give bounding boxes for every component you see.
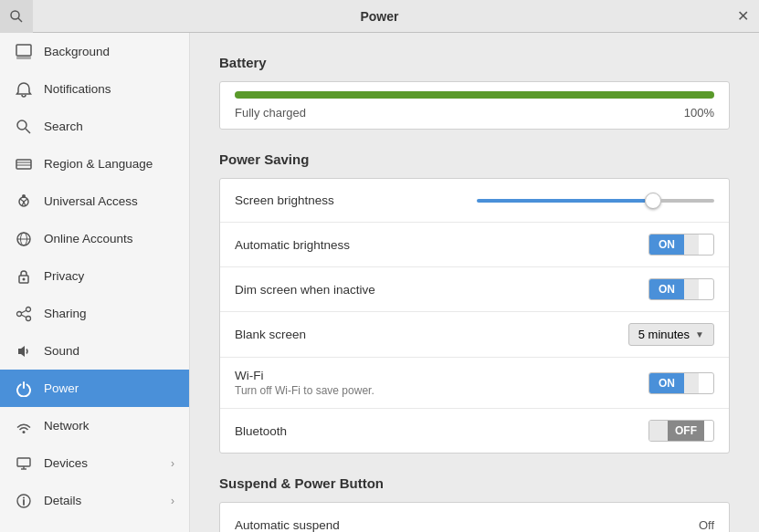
sidebar-item-sound[interactable]: Sound [0, 332, 189, 370]
sidebar-label-power: Power [44, 381, 79, 395]
sidebar-item-network[interactable]: Network [0, 407, 189, 444]
sidebar-item-region-language[interactable]: Region & Language [0, 145, 189, 183]
sidebar-label-search: Search [44, 120, 83, 133]
close-button[interactable]: ✕ [726, 0, 759, 33]
sidebar-label-sound: Sound [44, 344, 79, 358]
main-layout: Background Notifications Search Region &… [0, 33, 759, 532]
toggle-off-label[interactable] [684, 235, 699, 255]
search-icon [9, 9, 24, 24]
wifi-label-stack: Wi-Fi Turn off Wi-Fi to save power. [235, 369, 648, 397]
slider-thumb[interactable] [645, 193, 661, 209]
slider-unfilled [661, 199, 714, 203]
sidebar-label-privacy: Privacy [44, 269, 84, 283]
sidebar-item-universal-access[interactable]: Universal Access [0, 183, 189, 220]
wifi-toggle-off[interactable] [684, 373, 699, 393]
sound-icon [15, 342, 33, 360]
blank-screen-value: 5 minutes [638, 328, 690, 341]
battery-status-label: Fully charged [235, 106, 306, 120]
sidebar-label-region-language: Region & Language [44, 157, 153, 171]
online-accounts-icon [15, 230, 33, 248]
dim-toggle-off[interactable] [684, 279, 699, 299]
background-icon [15, 43, 33, 61]
slider-filled [477, 199, 645, 203]
sharing-icon [15, 305, 33, 323]
svg-point-0 [11, 11, 19, 19]
suspend-section-title: Suspend & Power Button [219, 475, 730, 491]
svg-point-21 [17, 311, 22, 316]
toggle-on-label[interactable]: ON [649, 235, 684, 255]
svg-marker-25 [18, 346, 25, 357]
sidebar-item-sharing[interactable]: Sharing [0, 295, 189, 332]
battery-bar-fill [235, 91, 714, 99]
bluetooth-toggle[interactable]: OFF [648, 420, 714, 442]
automatic-brightness-toggle[interactable]: ON [648, 234, 714, 256]
bluetooth-toggle-off-active[interactable]: OFF [668, 421, 704, 441]
wifi-row: Wi-Fi Turn off Wi-Fi to save power. ON [220, 358, 729, 409]
dim-screen-toggle[interactable]: ON [648, 278, 714, 300]
power-saving-title: Power Saving [219, 151, 730, 167]
svg-line-12 [24, 199, 27, 202]
svg-point-19 [23, 277, 26, 280]
search-sidebar-icon [15, 118, 33, 136]
universal-access-icon [15, 193, 33, 211]
devices-icon [15, 454, 33, 473]
svg-point-4 [17, 120, 26, 130]
battery-card: Fully charged 100% [219, 81, 730, 130]
svg-point-20 [26, 307, 31, 311]
content-area: Battery Fully charged 100% Power Saving … [190, 33, 759, 532]
wifi-toggle[interactable]: ON [648, 372, 714, 394]
blank-screen-dropdown[interactable]: 5 minutes ▼ [628, 323, 714, 346]
sidebar-item-background[interactable]: Background [0, 33, 189, 70]
sidebar-item-search[interactable]: Search [0, 108, 189, 145]
sidebar-item-power[interactable]: Power [0, 370, 189, 407]
sidebar-item-devices[interactable]: Devices › [0, 444, 189, 482]
details-icon [15, 492, 33, 510]
brightness-slider[interactable] [477, 193, 714, 209]
sidebar-item-privacy[interactable]: Privacy [0, 257, 189, 295]
svg-line-24 [21, 315, 26, 318]
titlebar: Power ✕ [0, 0, 759, 33]
svg-point-22 [26, 316, 31, 320]
devices-arrow-icon: › [171, 457, 174, 470]
notifications-icon [15, 80, 33, 99]
svg-rect-6 [16, 160, 31, 169]
automatic-suspend-value: Off [699, 518, 714, 532]
battery-info: Fully charged 100% [235, 106, 714, 120]
svg-line-23 [21, 310, 26, 313]
dim-screen-row: Dim screen when inactive ON [220, 267, 729, 312]
region-language-icon [15, 155, 33, 173]
dropdown-arrow-icon: ▼ [695, 329, 704, 339]
automatic-suspend-row: Automatic suspend Off [220, 503, 729, 532]
power-icon [15, 380, 33, 398]
details-arrow-icon: › [171, 495, 174, 507]
search-button[interactable] [0, 0, 33, 33]
bluetooth-toggle-on-side[interactable] [649, 421, 668, 441]
automatic-brightness-row: Automatic brightness ON [220, 223, 729, 267]
sidebar-item-details[interactable]: Details › [0, 482, 189, 519]
automatic-suspend-label: Automatic suspend [235, 518, 699, 532]
screen-brightness-row: Screen brightness [220, 179, 729, 223]
svg-line-11 [20, 199, 24, 202]
svg-point-32 [23, 496, 25, 498]
svg-point-26 [23, 431, 26, 433]
blank-screen-label: Blank screen [235, 328, 628, 341]
sidebar-label-network: Network [44, 419, 90, 433]
battery-bar-container [235, 91, 714, 99]
sidebar: Background Notifications Search Region &… [0, 33, 190, 532]
bluetooth-label: Bluetooth [235, 424, 648, 438]
dim-toggle-on[interactable]: ON [649, 279, 684, 299]
blank-screen-row: Blank screen 5 minutes ▼ [220, 312, 729, 358]
automatic-brightness-label: Automatic brightness [235, 238, 648, 252]
screen-brightness-label: Screen brightness [235, 193, 477, 207]
sidebar-label-background: Background [44, 45, 110, 58]
wifi-label: Wi-Fi [235, 369, 648, 382]
wifi-toggle-on[interactable]: ON [649, 373, 684, 393]
battery-percent-label: 100% [684, 106, 714, 120]
bluetooth-row: Bluetooth OFF [220, 409, 729, 453]
sidebar-item-online-accounts[interactable]: Online Accounts [0, 220, 189, 257]
svg-line-5 [26, 129, 30, 133]
svg-rect-3 [16, 57, 31, 59]
sidebar-label-universal-access: Universal Access [44, 194, 138, 208]
sidebar-item-notifications[interactable]: Notifications [0, 70, 189, 108]
sidebar-label-notifications: Notifications [44, 82, 111, 96]
